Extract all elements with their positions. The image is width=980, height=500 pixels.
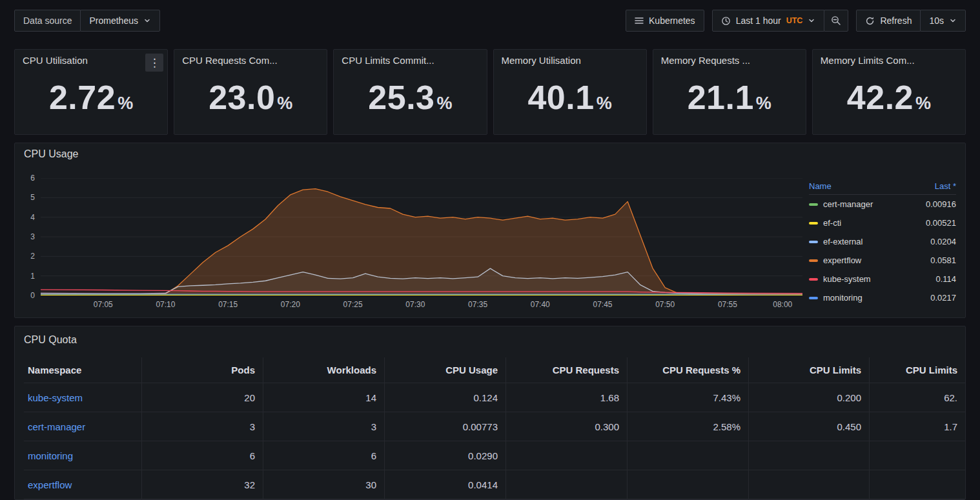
panel-title-cpu-quota[interactable]: CPU Quota	[24, 334, 77, 350]
column-header-cpu-limits[interactable]: CPU Limits	[749, 357, 870, 383]
kubernetes-button[interactable]: Kubernetes	[626, 10, 704, 32]
cpu-usage-chart-plot[interactable]	[41, 178, 802, 295]
cpu-usage-chart	[41, 178, 802, 295]
time-range-picker[interactable]: Last 1 hour UTC	[712, 10, 825, 32]
legend-name-header[interactable]: Name	[809, 181, 832, 191]
table-cell: 3	[263, 412, 385, 441]
panel-title[interactable]: Memory Utilisation	[502, 55, 638, 66]
y-tick-label: 2	[30, 252, 35, 261]
y-tick-label: 4	[30, 213, 35, 222]
x-tick-label: 07:45	[593, 300, 612, 309]
chart-legend: Name Last * cert-manager 0.00916 ef-cti …	[802, 178, 956, 312]
legend-item-cert-manager[interactable]: cert-manager 0.00916	[809, 195, 956, 214]
namespace-link[interactable]: kube-system	[24, 383, 142, 412]
refresh-button[interactable]: Refresh	[856, 10, 921, 32]
x-tick-label: 07:40	[531, 300, 550, 309]
stat-unit: %	[915, 94, 931, 114]
legend-series-name[interactable]: expertflow	[823, 255, 930, 265]
stat-panel-cpu-limits-commitment: CPU Limits Commit... 25.3 %	[333, 49, 487, 135]
panel-title-cpu-usage[interactable]: CPU Usage	[24, 148, 78, 164]
zoom-out-icon	[831, 15, 841, 26]
legend-last-header[interactable]: Last *	[935, 181, 956, 191]
legend-item-monitoring[interactable]: monitoring 0.0217	[809, 288, 956, 307]
chevron-down-icon	[949, 17, 957, 25]
namespace-link[interactable]: expertflow	[24, 470, 142, 499]
refresh-icon	[865, 16, 875, 26]
namespace-link[interactable]: cert-manager	[24, 412, 142, 441]
time-range-label: Last 1 hour	[736, 15, 781, 26]
table-header-row: Namespace Pods Workloads CPU Usage CPU R…	[24, 357, 965, 383]
legend-series-name[interactable]: ef-external	[823, 237, 930, 246]
series-color-swatch	[809, 222, 818, 225]
stat-panel-memory-utilisation: Memory Utilisation 40.1 %	[493, 49, 647, 135]
table-cell: 0.124	[385, 383, 506, 412]
time-controls: Last 1 hour UTC	[712, 10, 849, 32]
legend-item-ef-cti[interactable]: ef-cti 0.00521	[809, 214, 956, 232]
table-cell	[506, 441, 628, 470]
legend-series-value: 0.0204	[930, 237, 956, 246]
stat-panels-row: CPU Utilisation ⋮ 2.72 % CPU Requests Co…	[14, 49, 966, 135]
datasource-picker: Data source Prometheus	[14, 10, 160, 32]
legend-series-name[interactable]: monitoring	[823, 293, 930, 303]
y-tick-label: 5	[30, 193, 35, 202]
kebab-icon: ⋮	[149, 57, 160, 68]
column-header-workloads[interactable]: Workloads	[263, 357, 385, 383]
table-cell: 20	[142, 383, 263, 412]
panel-menu-button[interactable]: ⋮	[145, 54, 163, 72]
refresh-interval-select[interactable]: 10s	[920, 10, 966, 32]
datasource-select[interactable]: Prometheus	[80, 10, 159, 32]
column-header-pods[interactable]: Pods	[142, 357, 263, 383]
table-cell: 0.0414	[385, 470, 506, 499]
table-cell: 0.200	[749, 383, 870, 412]
legend-series-name[interactable]: kube-system	[823, 274, 935, 284]
table-cell: 32	[142, 470, 263, 499]
panel-title[interactable]: CPU Requests Com...	[182, 55, 319, 66]
legend-series-name[interactable]: ef-cti	[823, 218, 926, 228]
x-tick-label: 08:00	[773, 300, 792, 309]
stat-value: 21.1	[688, 81, 754, 114]
legend-item-kube-system[interactable]: kube-system 0.114	[809, 270, 956, 288]
column-header-namespace[interactable]: Namespace	[24, 357, 142, 383]
cpu-quota-table: Namespace Pods Workloads CPU Usage CPU R…	[24, 357, 965, 499]
legend-series-value: 0.114	[935, 274, 956, 284]
series-color-swatch	[809, 241, 818, 243]
panel-title[interactable]: CPU Limits Commit...	[342, 55, 478, 66]
stat-unit: %	[437, 94, 453, 114]
toolbar: Data source Prometheus Kubernetes Last 1…	[14, 9, 966, 32]
column-header-cpu-usage[interactable]: CPU Usage	[385, 357, 506, 383]
stat-panel-cpu-requests-commitment: CPU Requests Com... 23.0 %	[174, 49, 327, 135]
namespace-link[interactable]: monitoring	[24, 441, 142, 470]
table-cell	[506, 470, 628, 499]
x-tick-label: 07:15	[218, 300, 238, 309]
table-cell: 0.300	[506, 412, 628, 441]
panel-title[interactable]: CPU Utilisation	[23, 55, 159, 66]
legend-item-expertflow[interactable]: expertflow 0.0581	[809, 251, 956, 270]
x-axis: 07:0507:1007:1507:2007:2507:3007:3507:40…	[41, 295, 802, 312]
zoom-out-button[interactable]	[824, 10, 848, 32]
table-cell: 0.0290	[385, 441, 506, 470]
refresh-interval-value: 10s	[929, 15, 944, 26]
table-cell: 30	[263, 470, 385, 499]
legend-series-name[interactable]: cert-manager	[823, 199, 926, 209]
datasource-value: Prometheus	[89, 15, 138, 26]
stat-value: 23.0	[209, 81, 275, 114]
cpu-quota-panel: CPU Quota Namespace Pods Workloads CPU U…	[14, 326, 966, 500]
legend-item-ef-external[interactable]: ef-external 0.0204	[809, 232, 956, 251]
table-cell: 1.7	[870, 412, 965, 441]
table-cell	[628, 470, 749, 499]
refresh-controls: Refresh 10s	[856, 10, 966, 32]
column-header-cpu-requests-pct[interactable]: CPU Requests %	[628, 357, 749, 383]
stat-unit: %	[756, 94, 771, 114]
series-color-swatch	[809, 278, 818, 281]
column-header-cpu-requests[interactable]: CPU Requests	[506, 357, 628, 383]
stat-panel-memory-limits-commitment: Memory Limits Com... 42.2 %	[812, 49, 966, 135]
legend-series-value: 0.00916	[926, 199, 956, 209]
table-cell: 6	[142, 441, 263, 470]
column-header-cpu-limits-pct[interactable]: CPU Limits	[870, 357, 965, 383]
table-cell	[628, 441, 749, 470]
cpu-usage-chart-area: 0123456 07:0507:1007:1507:2007:2507:3007…	[24, 178, 802, 312]
panel-title[interactable]: Memory Limits Com...	[821, 55, 957, 66]
chevron-down-icon	[143, 17, 151, 25]
x-tick-label: 07:35	[468, 300, 487, 309]
panel-title[interactable]: Memory Requests ...	[661, 55, 798, 66]
